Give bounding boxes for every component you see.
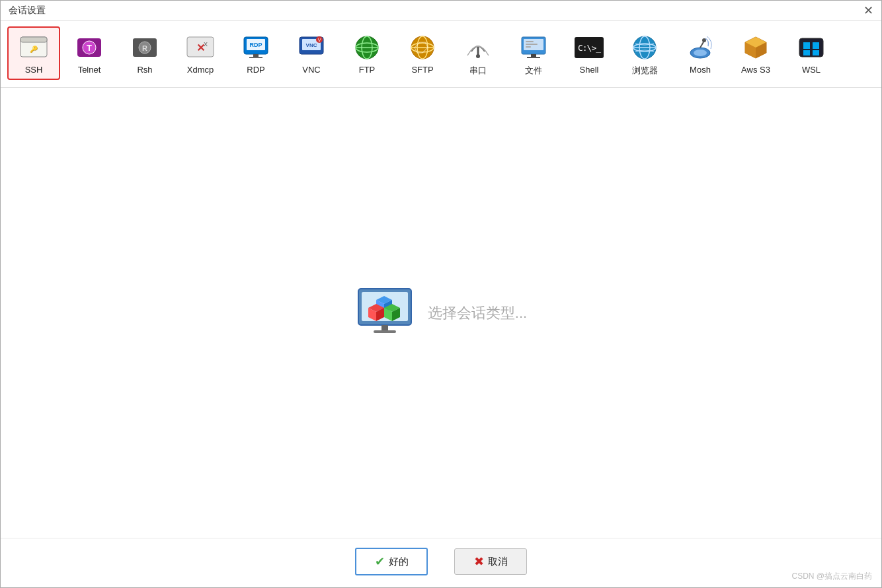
vnc-icon: VNC V: [296, 32, 327, 63]
svg-rect-55: [803, 50, 810, 55]
awss3-label: Aws S3: [741, 65, 770, 75]
ok-label: 好的: [389, 556, 409, 568]
rsh-icon: R: [129, 32, 161, 63]
svg-rect-37: [526, 41, 534, 42]
shell-label: Shell: [580, 65, 599, 75]
sftp-icon: [407, 32, 438, 63]
toolbar-item-mosh[interactable]: Mosh: [674, 26, 727, 80]
dialog-title: 会话设置: [9, 5, 46, 17]
toolbar-item-ssh[interactable]: 🔑 SSH: [7, 26, 60, 80]
watermark: CSDN @搞点云南白药: [791, 571, 872, 582]
toolbar-item-serial[interactable]: 串口: [452, 26, 504, 82]
toolbar-item-wsl[interactable]: WSL: [785, 26, 838, 80]
toolbar-item-telnet[interactable]: T Telnet: [63, 26, 116, 80]
svg-rect-14: [253, 54, 259, 57]
svg-rect-54: [813, 42, 819, 49]
session-settings-dialog: 会话设置 ✕ 🔑 SSH T Tel: [0, 0, 882, 588]
svg-rect-15: [249, 57, 262, 58]
serial-label: 串口: [469, 65, 487, 77]
mosh-label: Mosh: [690, 65, 711, 75]
svg-rect-69: [374, 330, 396, 333]
toolbar-item-awss3[interactable]: Aws S3: [729, 26, 782, 80]
cancel-x-icon: ✖: [474, 554, 484, 569]
sftp-label: SFTP: [411, 65, 433, 75]
ssh-icon: 🔑: [18, 32, 50, 63]
ftp-label: FTP: [359, 65, 376, 75]
svg-rect-68: [381, 325, 388, 330]
svg-text:RDP: RDP: [249, 42, 262, 48]
browser-icon: [629, 32, 661, 63]
toolbar-item-file[interactable]: 文件: [507, 26, 560, 82]
ssh-label: SSH: [25, 65, 43, 75]
content-area: 选择会话类型...: [1, 88, 881, 538]
placeholder-text: 选择会话类型...: [428, 303, 527, 323]
awss3-icon: [740, 32, 772, 63]
toolbar-item-rsh[interactable]: R Rsh: [118, 26, 171, 80]
wsl-label: WSL: [802, 65, 821, 75]
svg-text:🔑: 🔑: [30, 45, 38, 54]
toolbar-item-browser[interactable]: 浏览器: [618, 26, 671, 82]
svg-text:V: V: [318, 38, 321, 42]
ok-button[interactable]: ✔ 好的: [355, 548, 428, 575]
svg-rect-52: [799, 38, 823, 57]
title-bar: 会话设置 ✕: [1, 1, 881, 21]
svg-rect-35: [531, 54, 536, 57]
file-icon: [518, 32, 549, 63]
svg-point-45: [694, 50, 707, 56]
dialog-footer: ✔ 好的 ✖ 取消: [1, 538, 881, 587]
vnc-label: VNC: [302, 65, 320, 75]
cancel-label: 取消: [488, 556, 508, 568]
toolbar-item-sftp[interactable]: SFTP: [396, 26, 449, 80]
xdmcp-label: Xdmcp: [187, 65, 214, 75]
placeholder-monitor-icon: [355, 285, 415, 341]
svg-point-32: [476, 54, 480, 58]
svg-rect-56: [813, 50, 819, 55]
svg-rect-38: [526, 44, 538, 45]
serial-icon: [462, 32, 494, 63]
toolbar-item-ftp[interactable]: FTP: [341, 26, 393, 80]
svg-rect-1: [20, 37, 47, 42]
wsl-icon: [795, 32, 827, 63]
svg-text:VNC: VNC: [306, 42, 317, 48]
svg-rect-36: [527, 57, 540, 58]
session-type-toolbar: 🔑 SSH T Telnet R: [1, 21, 881, 88]
rdp-label: RDP: [247, 65, 264, 75]
svg-rect-53: [803, 42, 810, 49]
toolbar-item-rdp[interactable]: RDP RDP: [229, 26, 282, 80]
svg-text:T: T: [87, 43, 92, 53]
ok-check-icon: ✔: [375, 554, 385, 569]
close-button[interactable]: ✕: [863, 5, 873, 17]
svg-rect-39: [526, 46, 531, 48]
rdp-icon: RDP: [240, 32, 272, 63]
ftp-icon: [351, 32, 383, 63]
shell-icon: C:\>_: [573, 32, 605, 63]
file-label: 文件: [525, 65, 542, 77]
toolbar-item-shell[interactable]: C:\>_ Shell: [563, 26, 616, 80]
rsh-label: Rsh: [137, 65, 152, 75]
svg-text:X: X: [204, 41, 208, 48]
svg-text:R: R: [142, 44, 147, 52]
cancel-button[interactable]: ✖ 取消: [454, 548, 527, 575]
toolbar-item-vnc[interactable]: VNC V VNC: [285, 26, 338, 80]
telnet-icon: T: [73, 32, 105, 63]
mosh-icon: [684, 32, 716, 63]
toolbar-item-xdmcp[interactable]: ✕ X Xdmcp: [174, 26, 227, 80]
browser-label: 浏览器: [632, 65, 658, 77]
telnet-label: Telnet: [78, 65, 101, 75]
xdmcp-icon: ✕ X: [184, 32, 216, 63]
